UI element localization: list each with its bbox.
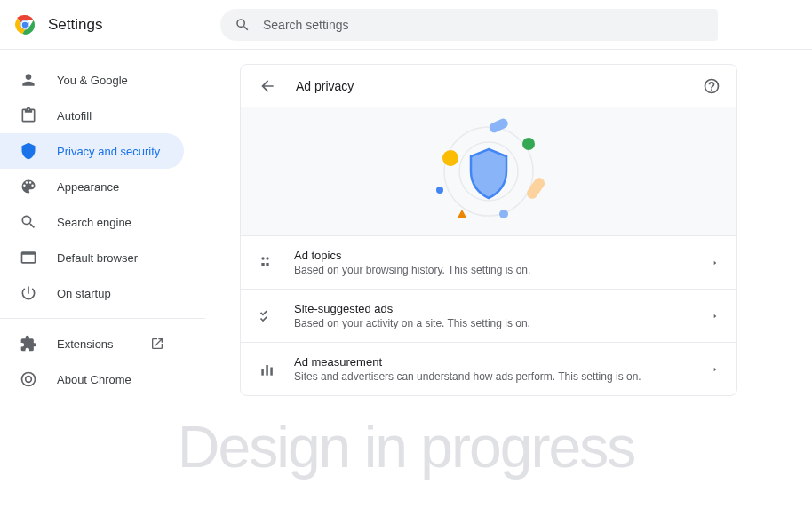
row-ad-topics[interactable]: Ad topics Based on your browsing history… [241, 236, 736, 290]
svg-point-11 [261, 257, 264, 259]
extension-icon [20, 335, 37, 353]
sidebar-item-label: Default browser [57, 251, 164, 265]
sidebar-item-on-startup[interactable]: On startup [0, 275, 184, 311]
sidebar-item-label: About Chrome [57, 373, 164, 386]
svg-point-6 [522, 138, 535, 150]
search-icon [20, 213, 37, 231]
row-subtitle: Based on your activity on a site. This s… [294, 317, 694, 329]
row-subtitle: Based on your browsing history. This set… [294, 264, 694, 276]
row-site-suggested-ads[interactable]: Site-suggested ads Based on your activit… [241, 290, 736, 343]
topics-icon [259, 254, 276, 272]
chrome-logo-icon [14, 14, 36, 36]
svg-rect-15 [261, 369, 264, 376]
row-ad-measurement[interactable]: Ad measurement Sites and advertisers can… [241, 343, 736, 395]
card-header: Ad privacy [241, 65, 736, 107]
sidebar-item-label: Search engine [57, 216, 164, 229]
search-container[interactable] [220, 9, 718, 41]
search-icon [235, 17, 251, 33]
page-title: Settings [48, 16, 102, 34]
back-button[interactable] [259, 77, 276, 95]
bar-chart-icon [259, 361, 276, 378]
sidebar-item-default-browser[interactable]: Default browser [0, 240, 184, 275]
sidebar: You & Google Autofill Privacy and securi… [0, 50, 206, 516]
row-title: Ad measurement [294, 355, 694, 369]
sidebar-item-label: Appearance [57, 180, 164, 194]
svg-rect-13 [261, 263, 264, 266]
row-title: Site-suggested ads [294, 302, 694, 315]
divider [0, 318, 205, 319]
sidebar-item-extensions[interactable]: Extensions [0, 326, 184, 361]
svg-rect-7 [525, 176, 547, 201]
svg-point-9 [436, 187, 443, 194]
sidebar-item-appearance[interactable]: Appearance [0, 169, 184, 204]
svg-point-8 [499, 210, 508, 218]
sidebar-item-label: On startup [57, 287, 164, 300]
svg-rect-17 [270, 367, 273, 375]
sidebar-item-privacy-security[interactable]: Privacy and security [0, 133, 184, 169]
app-header: Settings [0, 0, 812, 50]
checklist-icon [259, 307, 276, 325]
help-button[interactable] [703, 77, 720, 95]
svg-point-12 [266, 257, 268, 259]
svg-point-10 [442, 150, 458, 166]
svg-rect-5 [488, 117, 510, 134]
sidebar-item-you-and-google[interactable]: You & Google [0, 62, 184, 98]
row-text: Site-suggested ads Based on your activit… [294, 302, 694, 329]
sidebar-item-label: Extensions [57, 337, 131, 351]
sidebar-item-label: Privacy and security [57, 145, 164, 158]
palette-icon [20, 178, 37, 195]
hero-illustration [241, 107, 736, 236]
settings-card: Ad privacy [240, 64, 737, 396]
person-icon [20, 71, 37, 89]
card-title: Ad privacy [296, 79, 354, 93]
row-title: Ad topics [294, 249, 694, 262]
sidebar-item-label: You & Google [57, 74, 164, 87]
svg-rect-14 [266, 263, 268, 266]
search-input[interactable] [263, 18, 704, 32]
row-text: Ad measurement Sites and advertisers can… [294, 355, 694, 383]
launch-icon [150, 337, 164, 351]
clipboard-icon [20, 107, 37, 124]
sidebar-item-about-chrome[interactable]: About Chrome [0, 361, 184, 397]
main-content: Ad privacy [206, 50, 812, 516]
row-subtitle: Sites and advertisers can understand how… [294, 370, 694, 383]
sidebar-item-autofill[interactable]: Autofill [0, 98, 184, 133]
row-text: Ad topics Based on your browsing history… [294, 249, 694, 276]
power-icon [20, 284, 37, 302]
chevron-right-icon [712, 366, 719, 373]
header-left: Settings [14, 14, 220, 36]
sidebar-item-search-engine[interactable]: Search engine [0, 204, 184, 240]
svg-rect-16 [266, 365, 268, 376]
chevron-right-icon [712, 313, 719, 320]
shield-icon [20, 142, 37, 160]
browser-icon [20, 249, 37, 266]
chevron-right-icon [712, 259, 719, 266]
sidebar-item-label: Autofill [57, 109, 164, 123]
chrome-outline-icon [20, 370, 37, 388]
